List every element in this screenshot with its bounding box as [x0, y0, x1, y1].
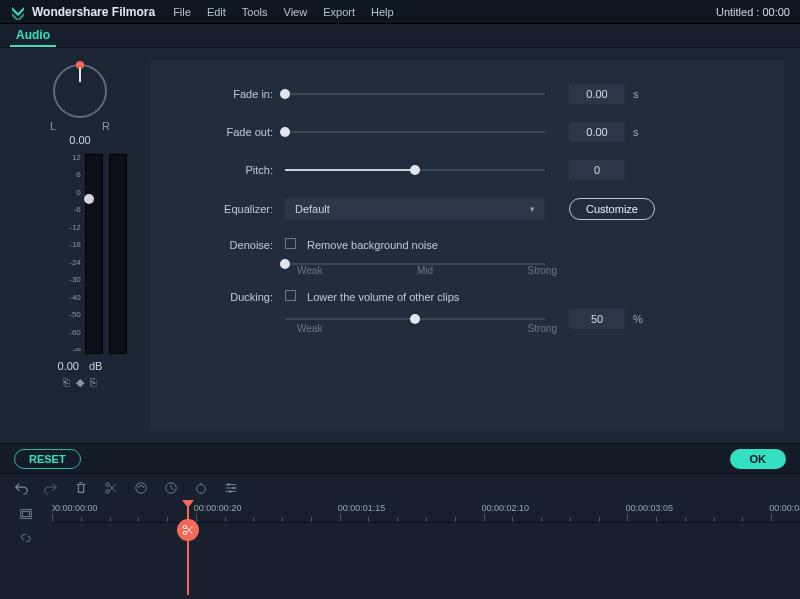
menu-export[interactable]: Export [323, 6, 355, 18]
playhead[interactable] [187, 501, 189, 595]
slider-thumb-icon[interactable] [410, 165, 420, 175]
ducking-value[interactable]: 50 [569, 309, 625, 329]
audio-form: Fade in: 0.00 s Fade out: 0.00 s Pitch: [150, 60, 784, 431]
app-logo-icon [10, 4, 26, 20]
time-label: 00:00:04:00 [769, 503, 800, 513]
ducking-checkbox[interactable] [285, 290, 296, 301]
timeline: 00:00:00:0000:00:00:2000:00:01:1500:00:0… [0, 501, 800, 599]
link-icon[interactable] [19, 531, 33, 547]
fade-out-label: Fade out: [170, 126, 285, 138]
speed-icon[interactable] [164, 481, 178, 495]
fade-out-slider[interactable] [285, 125, 545, 139]
fade-in-slider[interactable] [285, 87, 545, 101]
svg-point-6 [232, 486, 235, 489]
reset-button[interactable]: RESET [14, 449, 81, 469]
volume-fader[interactable] [87, 154, 91, 354]
redo-icon[interactable] [44, 481, 58, 495]
menu-help[interactable]: Help [371, 6, 394, 18]
volume-value: 0.00 [58, 360, 79, 372]
denoise-label: Denoise: [170, 239, 285, 251]
fade-out-value[interactable]: 0.00 [569, 122, 625, 142]
fade-in-label: Fade in: [170, 88, 285, 100]
audio-monitor: L R 0.00 126 0-6 -12-18 -24-30 -40-50 -6… [0, 48, 150, 443]
tab-bar: Audio [0, 24, 800, 48]
fade-in-value[interactable]: 0.00 [569, 84, 625, 104]
svg-point-10 [183, 525, 186, 528]
project-title: Untitled : 00:00 [716, 6, 790, 18]
ducking-checkbox-label: Lower the volume of other clips [307, 291, 459, 303]
denoise-checkbox[interactable] [285, 238, 296, 249]
timeline-body[interactable]: 00:00:00:0000:00:00:2000:00:01:1500:00:0… [52, 501, 800, 599]
time-label: 00:00:02:10 [482, 503, 530, 513]
volume-unit: dB [89, 360, 102, 372]
pitch-value[interactable]: 0 [569, 160, 625, 180]
menu-view[interactable]: View [284, 6, 308, 18]
playhead-scissors-icon[interactable] [177, 519, 199, 541]
equalizer-value: Default [295, 203, 330, 215]
menu-bar: Wondershare Filmora File Edit Tools View… [0, 0, 800, 24]
svg-point-4 [197, 484, 206, 493]
denoise-slider[interactable] [285, 257, 545, 271]
split-icon[interactable] [104, 481, 118, 495]
ok-button[interactable]: OK [730, 449, 787, 469]
menu-file[interactable]: File [173, 6, 191, 18]
svg-rect-9 [23, 511, 30, 516]
fade-out-unit: s [633, 126, 639, 138]
svg-point-1 [106, 489, 110, 493]
slider-thumb-icon[interactable] [410, 314, 420, 324]
keyframe-add-icon[interactable]: ◆ [76, 376, 84, 389]
fade-in-unit: s [633, 88, 639, 100]
time-label: 00:00:00:20 [194, 503, 242, 513]
panel-footer: RESET OK [0, 443, 800, 473]
volume-thumb-icon[interactable] [84, 194, 94, 204]
pan-knob[interactable] [53, 64, 107, 118]
ducking-unit: % [633, 313, 643, 325]
keyframe-prev-icon[interactable]: ⎗ [63, 376, 70, 389]
slider-thumb-icon[interactable] [280, 89, 290, 99]
svg-point-2 [136, 482, 147, 493]
meter-right [109, 154, 127, 354]
svg-point-7 [229, 490, 232, 493]
meter-scale: 126 0-6 -12-18 -24-30 -40-50 -60-∞ [69, 154, 81, 354]
ducking-slider[interactable] [285, 312, 545, 326]
time-label: 00:00:00:00 [52, 503, 98, 513]
settings-icon[interactable] [224, 481, 238, 495]
timeline-toolbar [0, 473, 800, 501]
slider-thumb-icon[interactable] [280, 127, 290, 137]
undo-icon[interactable] [14, 481, 28, 495]
pitch-slider[interactable] [285, 163, 545, 177]
time-ruler[interactable]: 00:00:00:0000:00:00:2000:00:01:1500:00:0… [52, 501, 800, 523]
svg-point-5 [227, 483, 230, 486]
crop-icon[interactable] [134, 481, 148, 495]
svg-point-0 [106, 482, 110, 486]
menu-tools[interactable]: Tools [242, 6, 268, 18]
denoise-checkbox-label: Remove background noise [307, 239, 438, 251]
svg-point-11 [183, 531, 186, 534]
equalizer-select[interactable]: Default ▾ [285, 198, 545, 220]
pan-right-label: R [102, 120, 110, 132]
pan-left-label: L [50, 120, 56, 132]
pitch-label: Pitch: [170, 164, 285, 176]
keyframe-next-icon[interactable]: ⎘ [90, 376, 97, 389]
ducking-label: Ducking: [170, 291, 285, 303]
pan-indicator-icon [76, 61, 84, 69]
equalizer-customize-button[interactable]: Customize [569, 198, 655, 220]
chevron-down-icon: ▾ [530, 204, 535, 214]
pan-value: 0.00 [69, 134, 90, 146]
delete-icon[interactable] [74, 481, 88, 495]
time-label: 00:00:03:05 [625, 503, 673, 513]
menu-edit[interactable]: Edit [207, 6, 226, 18]
app-name: Wondershare Filmora [32, 5, 155, 19]
equalizer-label: Equalizer: [170, 203, 285, 215]
record-icon[interactable] [194, 481, 208, 495]
media-icon[interactable] [19, 507, 33, 523]
time-label: 00:00:01:15 [338, 503, 386, 513]
main-panel: L R 0.00 126 0-6 -12-18 -24-30 -40-50 -6… [0, 48, 800, 443]
slider-thumb-icon[interactable] [280, 259, 290, 269]
tab-audio[interactable]: Audio [10, 24, 56, 47]
